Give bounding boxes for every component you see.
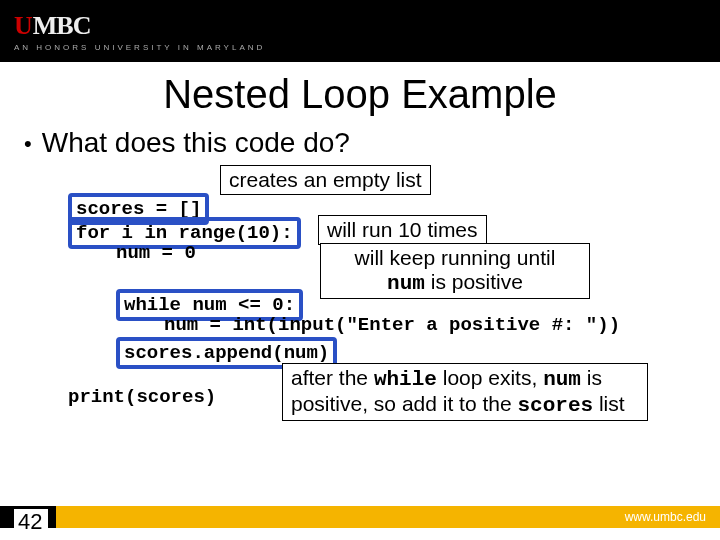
slide-title: Nested Loop Example	[0, 72, 720, 117]
umbc-wordmark: U MBC	[14, 11, 265, 41]
annotation-run-10: will run 10 times	[318, 215, 487, 245]
code-line-7: print(scores)	[68, 386, 216, 408]
annotation-after-while: after the while loop exits, num is posit…	[282, 363, 648, 421]
annotation-keep-running: will keep running until num is positive	[320, 243, 590, 299]
logo-mbc: MBC	[33, 11, 91, 41]
code-line-5: num = int(input("Enter a positive #: "))	[164, 314, 620, 336]
bullet-text: What does this code do?	[42, 127, 350, 159]
annotation-is-positive: is positive	[425, 270, 523, 293]
annotation-num-token: num	[387, 272, 425, 295]
brand-header: U MBC AN HONORS UNIVERSITY IN MARYLAND	[0, 0, 720, 62]
footer-url: www.umbc.edu	[625, 510, 706, 524]
footer-gold-bar: www.umbc.edu	[56, 506, 720, 528]
annotation-while-token: while	[374, 368, 437, 391]
annotation-empty-list: creates an empty list	[220, 165, 431, 195]
code-block: creates an empty list scores = [] will r…	[0, 167, 720, 409]
annotation-keep-running-l1: will keep running until	[355, 246, 556, 269]
bullet-icon: •	[24, 127, 32, 161]
brand-logo: U MBC AN HONORS UNIVERSITY IN MARYLAND	[14, 11, 265, 52]
page-number: 42	[14, 509, 48, 535]
annotation-num-token2: num	[543, 368, 581, 391]
annotation-scores-token: scores	[517, 394, 593, 417]
footer: www.umbc.edu	[0, 506, 720, 528]
logo-u: U	[14, 11, 33, 41]
code-line-3: num = 0	[116, 242, 196, 264]
bullet-question: • What does this code do?	[0, 127, 720, 161]
brand-tagline: AN HONORS UNIVERSITY IN MARYLAND	[14, 43, 265, 52]
